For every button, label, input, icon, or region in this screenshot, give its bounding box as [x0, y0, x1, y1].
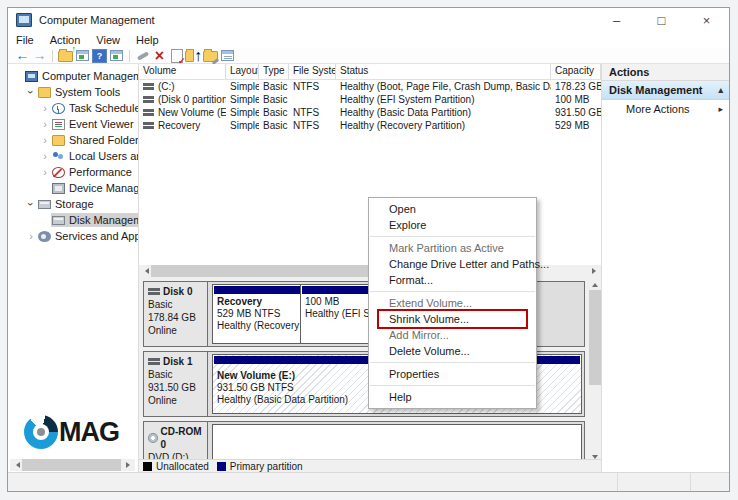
status-bar-cell: [690, 473, 729, 491]
tree-expander-icon[interactable]: [39, 118, 51, 130]
volume-row[interactable]: (C:) Simple Basic NTFS Healthy (Boot, Pa…: [139, 80, 601, 93]
screwdriver-icon[interactable]: [134, 48, 151, 63]
tree-expander-icon[interactable]: [25, 230, 37, 242]
maximize-button[interactable]: □: [639, 8, 684, 32]
volume-row[interactable]: New Volume (E:) Simple Basic NTFS Health…: [139, 106, 601, 119]
tree-item-device-manager[interactable]: Device Manager: [8, 180, 138, 196]
details-pane-icon[interactable]: [219, 48, 236, 63]
menu-item-change-drive-letter-and-paths[interactable]: Change Drive Letter and Paths...: [369, 256, 536, 272]
cdrom-0-row: CD-ROM 0 DVD (D:) No Media: [143, 421, 585, 464]
tree-item-shared-folders[interactable]: Shared Folders: [8, 132, 138, 148]
more-actions-label: More Actions: [626, 103, 690, 115]
menu-item-delete-volume[interactable]: Delete Volume...: [369, 343, 536, 359]
action-pane-icon[interactable]: [108, 48, 125, 63]
volume-layout: Simple: [226, 93, 259, 106]
column-header[interactable]: Status: [336, 64, 551, 79]
column-header[interactable]: Layout: [226, 64, 259, 79]
actions-group-disk-management[interactable]: Disk Management ▴: [602, 81, 729, 100]
minimize-button[interactable]: –: [594, 8, 639, 32]
scrollbar-thumb[interactable]: [589, 290, 601, 385]
cdrom-0-label[interactable]: CD-ROM 0 DVD (D:) No Media: [144, 422, 208, 464]
volume-icon: [143, 122, 154, 129]
menu-bar-item[interactable]: Action: [42, 32, 89, 48]
scroll-left-icon[interactable]: [10, 459, 22, 471]
up-folder-icon[interactable]: ↑: [57, 48, 74, 63]
delete-volume-icon[interactable]: [151, 48, 168, 63]
disk-area-vertical-scrollbar[interactable]: [589, 277, 601, 464]
tree-item-disk-management[interactable]: Disk Management: [8, 212, 138, 228]
tree-item-event-viewer[interactable]: Event Viewer: [8, 116, 138, 132]
menu-separator: [370, 385, 535, 386]
more-actions-item[interactable]: More Actions ▸: [602, 100, 729, 118]
tree-item-label: Storage: [55, 198, 94, 210]
empty-media-region[interactable]: [212, 424, 582, 464]
tree-item-body: Computer Management (Local: [24, 69, 139, 83]
scroll-up-icon[interactable]: [589, 277, 601, 289]
menu-separator: [370, 236, 535, 237]
tree-item-icon: [52, 216, 65, 225]
tree-item-task-scheduler[interactable]: Task Scheduler: [8, 100, 138, 116]
collapse-icon[interactable]: ▴: [718, 85, 723, 95]
scroll-left-icon[interactable]: [139, 265, 151, 277]
close-button[interactable]: ×: [684, 8, 729, 32]
menu-bar-item[interactable]: View: [88, 32, 128, 48]
menu-item-help[interactable]: Help: [369, 389, 536, 405]
column-header[interactable]: File System: [289, 64, 336, 79]
tree-item-system-tools[interactable]: System Tools: [8, 84, 138, 100]
tree-item-storage[interactable]: Storage: [8, 196, 138, 212]
tree-item-computer-management[interactable]: Computer Management (Local: [8, 68, 138, 84]
tree-expander-icon[interactable]: [25, 198, 37, 210]
menu-bar: File Action View Help: [8, 32, 729, 48]
actions-panel-header: Actions: [602, 64, 729, 81]
submenu-arrow-icon: ▸: [718, 104, 723, 114]
tree-horizontal-scrollbar[interactable]: [10, 459, 135, 471]
tree-item-label: Disk Management: [69, 214, 139, 226]
disk-state: Online: [148, 324, 207, 337]
column-header[interactable]: Type: [259, 64, 289, 79]
disk-0-label[interactable]: Disk 0 Basic 178.84 GB Online: [144, 282, 208, 346]
properties-icon[interactable]: [168, 48, 185, 63]
volume-status: Healthy (EFI System Partition): [336, 93, 551, 106]
tree-expander-icon[interactable]: [39, 166, 51, 178]
tree-item-body: Event Viewer: [51, 117, 137, 131]
new-folder-icon[interactable]: ↑: [185, 48, 202, 63]
tree-expander-icon[interactable]: [39, 102, 51, 114]
tree-item-services-and-applications[interactable]: Services and Applications: [8, 228, 138, 244]
folder-wrench-icon[interactable]: [202, 48, 219, 63]
forward-icon[interactable]: [31, 48, 48, 63]
console-tree-icon[interactable]: [74, 48, 91, 63]
toolbar-separator: [129, 50, 130, 62]
volume-name: (C:): [158, 81, 175, 92]
menu-item-format[interactable]: Format...: [369, 272, 536, 288]
help-icon[interactable]: ?: [91, 48, 108, 63]
column-header[interactable]: Volume: [139, 64, 226, 79]
volume-layout: Simple: [226, 80, 259, 93]
tree-item-performance[interactable]: Performance: [8, 164, 138, 180]
scroll-right-icon[interactable]: [589, 265, 601, 277]
toolbar: ↑ ? ↑: [8, 48, 729, 64]
disk-name: CD-ROM 0: [161, 425, 207, 451]
back-icon[interactable]: [14, 48, 31, 63]
menu-bar-item[interactable]: File: [8, 32, 42, 48]
scroll-right-icon[interactable]: [123, 459, 135, 471]
volume-row[interactable]: Recovery Simple Basic NTFS Healthy (Reco…: [139, 119, 601, 132]
tree-expander-icon[interactable]: [25, 86, 37, 98]
menu-item-explore[interactable]: Explore: [369, 217, 536, 233]
menu-bar-item[interactable]: Help: [128, 32, 167, 48]
menu-item-properties[interactable]: Properties: [369, 366, 536, 382]
tree-item-label: Device Manager: [69, 182, 139, 194]
partition[interactable]: 100 MB Healthy (EFI Sy: [300, 284, 376, 344]
actions-panel: Actions Disk Management ▴ More Actions ▸: [602, 64, 729, 473]
disk-1-label[interactable]: Disk 1 Basic 931.50 GB Online: [144, 352, 208, 416]
partition-legend: Unallocated Primary partition: [139, 459, 601, 473]
tree-expander-icon[interactable]: [39, 134, 51, 146]
scrollbar-thumb[interactable]: [22, 459, 121, 471]
menu-item-shrink-volume[interactable]: Shrink Volume...: [369, 311, 536, 327]
tree-expander-icon[interactable]: [39, 150, 51, 162]
volume-name: (Disk 0 partition 2): [158, 94, 226, 105]
disk-type: Basic: [148, 368, 207, 381]
tree-item-local-users-and-groups[interactable]: Local Users and Groups: [8, 148, 138, 164]
menu-item-open[interactable]: Open: [369, 201, 536, 217]
volume-row[interactable]: (Disk 0 partition 2) Simple Basic Health…: [139, 93, 601, 106]
column-header[interactable]: Capacity: [551, 64, 601, 79]
